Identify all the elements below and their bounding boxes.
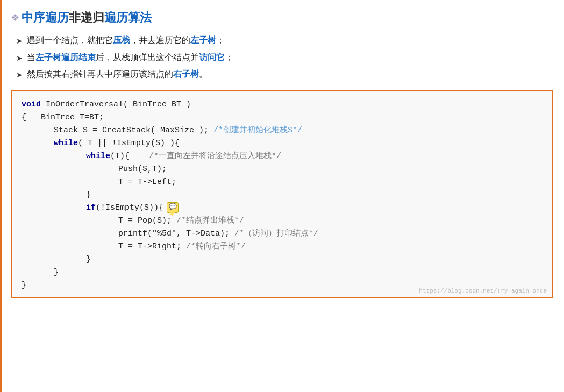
code-text-15: } bbox=[22, 279, 26, 291]
bullet-text-3: 然后按其右指针再去中序遍历该结点的右子树。 bbox=[27, 67, 208, 81]
code-line-11: printf("%5d", T->Data); /*（访问）打印结点*/ bbox=[22, 227, 542, 240]
code-line-4: while( T || !IsEmpty(S) ){ bbox=[22, 137, 542, 150]
comment-sticky-icon[interactable]: 💬 bbox=[167, 202, 179, 213]
code-text-6: Push(S,T); bbox=[60, 163, 167, 175]
code-line-9: if(!IsEmpty(S)){ 💬 bbox=[22, 202, 542, 215]
code-line-1: void InOrderTraversal( BinTree BT ) bbox=[22, 98, 542, 111]
watermark: https://blog.csdn.net/Try_again_once bbox=[419, 288, 547, 294]
title-highlight-1: 中序遍历 bbox=[22, 11, 69, 24]
bullet-arrow-1: ➤ bbox=[16, 35, 23, 47]
code-text-12: T = T->Right; /*转向右子树*/ bbox=[60, 240, 246, 253]
code-text-1: void InOrderTraversal( BinTree BT ) bbox=[22, 98, 191, 111]
code-text-10: T = Pop(S); /*结点弹出堆栈*/ bbox=[60, 215, 244, 227]
bullet-item-2: ➤ 当左子树遍历结束后，从栈顶弹出这个结点并访问它； bbox=[16, 51, 553, 65]
code-text-11: printf("%5d", T->Data); /*（访问）打印结点*/ bbox=[60, 227, 318, 240]
code-line-2: { BinTree T=BT; bbox=[22, 111, 542, 124]
code-text-3: Stack S = CreatStack( MaxSize ); /*创建并初始… bbox=[34, 124, 302, 137]
code-line-8: } bbox=[22, 189, 542, 202]
title-non-highlight: 非递归 bbox=[69, 11, 104, 24]
bullet-list: ➤ 遇到一个结点，就把它压栈，并去遍历它的左子树； ➤ 当左子树遍历结束后，从栈… bbox=[11, 33, 553, 81]
code-line-10: T = Pop(S); /*结点弹出堆栈*/ bbox=[22, 215, 542, 227]
code-text-5: while(T){ /*一直向左并将沿途结点压入堆栈*/ bbox=[47, 150, 281, 162]
code-box: void InOrderTraversal( BinTree BT ) { Bi… bbox=[11, 90, 553, 298]
code-text-7: T = T->Left; bbox=[60, 176, 176, 188]
bullet-item-3: ➤ 然后按其右指针再去中序遍历该结点的右子树。 bbox=[16, 67, 553, 81]
code-line-3: Stack S = CreatStack( MaxSize ); /*创建并初始… bbox=[22, 124, 542, 137]
page-container: ❖ 中序遍历非递归遍历算法 ➤ 遇到一个结点，就把它压栈，并去遍历它的左子树； … bbox=[0, 0, 564, 392]
bullet-arrow-3: ➤ bbox=[16, 69, 23, 81]
title-bar: ❖ 中序遍历非递归遍历算法 bbox=[11, 10, 553, 26]
code-text-14: } bbox=[34, 266, 59, 279]
code-line-7: T = T->Left; bbox=[22, 176, 542, 189]
bullet-item-1: ➤ 遇到一个结点，就把它压栈，并去遍历它的左子树； bbox=[16, 33, 553, 47]
bullet-text-1: 遇到一个结点，就把它压栈，并去遍历它的左子树； bbox=[27, 33, 225, 47]
code-line-6: Push(S,T); bbox=[22, 163, 542, 176]
bullet-arrow-2: ➤ bbox=[16, 52, 23, 64]
code-text-13: } bbox=[47, 253, 91, 266]
code-text-4: while( T || !IsEmpty(S) ){ bbox=[34, 137, 180, 149]
page-title: 中序遍历非递归遍历算法 bbox=[22, 10, 152, 26]
code-text-2: { BinTree T=BT; bbox=[22, 111, 104, 124]
code-text-8: } bbox=[47, 189, 91, 201]
code-line-12: T = T->Right; /*转向右子树*/ bbox=[22, 240, 542, 253]
code-text-9: if(!IsEmpty(S)){ bbox=[47, 202, 163, 214]
left-accent bbox=[0, 0, 2, 392]
code-line-13: } bbox=[22, 253, 542, 266]
code-line-5: while(T){ /*一直向左并将沿途结点压入堆栈*/ bbox=[22, 150, 542, 163]
code-line-14: } bbox=[22, 266, 542, 279]
bullet-text-2: 当左子树遍历结束后，从栈顶弹出这个结点并访问它； bbox=[27, 51, 233, 65]
title-diamond: ❖ bbox=[11, 12, 19, 24]
title-highlight-2: 遍历算法 bbox=[104, 11, 152, 24]
